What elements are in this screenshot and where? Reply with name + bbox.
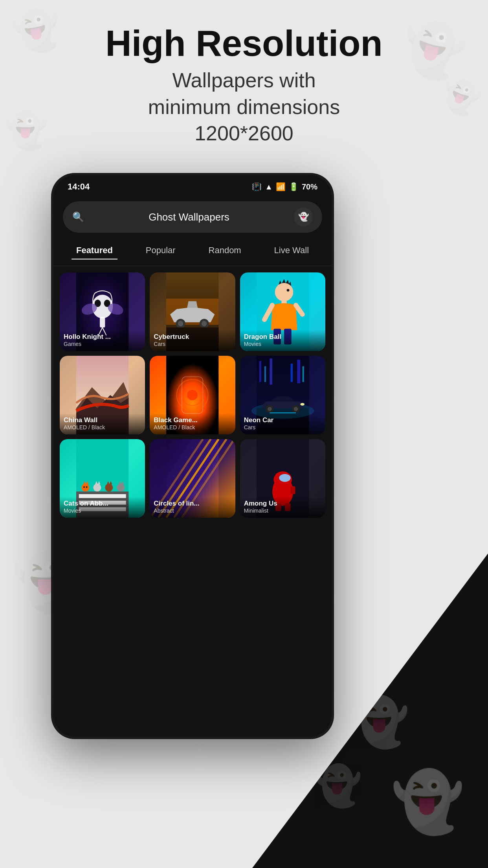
wallpaper-card-hollowknight[interactable]: Hollo Knight ... Games <box>60 272 145 351</box>
svg-point-48 <box>268 407 272 411</box>
card-subtitle-4: AMOLED / Black <box>154 424 231 430</box>
status-bar: 14:04 📳 ▲ 📶 🔋 70% <box>53 175 332 195</box>
search-text: Ghost Wallpapers <box>89 211 289 223</box>
status-time: 14:04 <box>68 182 90 192</box>
card-title-4: Black Game... <box>154 416 231 424</box>
search-icon: 🔍 <box>72 211 84 223</box>
wallpaper-card-circles[interactable]: Circles of lin... Abstract <box>150 439 235 518</box>
card-subtitle-3: AMOLED / Black <box>64 424 141 430</box>
svg-rect-6 <box>100 317 105 327</box>
wallpaper-grid: Hollo Knight ... Games <box>53 266 332 524</box>
card-subtitle-2: Movies <box>244 341 321 347</box>
tab-bar: Featured Popular Random Live Wall <box>53 239 332 266</box>
wallpaper-card-cybertruck[interactable]: Cybertruck Cars <box>150 272 235 351</box>
wallpaper-card-blackgame[interactable]: Black Game... AMOLED / Black <box>150 356 235 434</box>
tab-livewall[interactable]: Live Wall <box>270 242 314 259</box>
signal-icon: 📶 <box>276 182 286 191</box>
search-bar[interactable]: 🔍 Ghost Wallpapers 👻 <box>63 201 322 233</box>
card-subtitle-1: Cars <box>154 341 231 347</box>
phone-screen: 14:04 📳 ▲ 📶 🔋 70% 🔍 Ghost Wallpapers 👻 F… <box>53 175 332 737</box>
svg-marker-12 <box>187 301 198 308</box>
wallpaper-card-cats[interactable]: Cats on Abb... Movies <box>60 439 145 518</box>
svg-point-58 <box>81 484 89 491</box>
svg-point-50 <box>294 407 298 411</box>
card-title-1: Cybertruck <box>154 333 231 341</box>
wallpaper-card-amongus[interactable]: Among Us Minimalist <box>240 439 325 518</box>
card-title-6: Cats on Abb... <box>64 500 141 508</box>
svg-point-51 <box>300 403 305 406</box>
wallpaper-card-dragonball[interactable]: Dragon Ball Movies <box>240 272 325 351</box>
svg-rect-43 <box>302 366 304 382</box>
svg-marker-11 <box>170 308 215 322</box>
card-title-5: Neon Car <box>244 416 321 424</box>
svg-point-62 <box>86 486 88 488</box>
tab-featured[interactable]: Featured <box>72 242 117 259</box>
svg-point-66 <box>105 484 113 491</box>
svg-point-61 <box>83 486 85 488</box>
svg-rect-82 <box>290 486 295 494</box>
wifi-icon: ▲ <box>265 182 273 191</box>
phone-frame: 14:04 📳 ▲ 📶 🔋 70% 🔍 Ghost Wallpapers 👻 F… <box>51 173 334 739</box>
header-section: High Resolution Wallpapers with minimum … <box>0 24 488 147</box>
svg-rect-41 <box>290 364 292 382</box>
battery-icon: 🔋 <box>289 182 299 191</box>
status-icons: 📳 ▲ 📶 🔋 70% <box>252 182 317 191</box>
wallpaper-card-chinawall[interactable]: China Wall AMOLED / Black <box>60 356 145 434</box>
svg-point-23 <box>275 283 293 302</box>
svg-point-81 <box>279 474 290 482</box>
ghost-nav-icon: 👻 <box>298 212 309 222</box>
svg-rect-39 <box>264 366 266 382</box>
wallpaper-card-neoncar[interactable]: Neon Car Cars <box>240 356 325 434</box>
svg-point-16 <box>202 321 207 326</box>
ghost-button[interactable]: 👻 <box>294 208 313 226</box>
header-title: High Resolution <box>0 24 488 63</box>
card-subtitle-0: Games <box>64 341 141 347</box>
card-title-3: China Wall <box>64 416 141 424</box>
header-subtitle: Wallpapers with minimum dimensions 1200*… <box>0 67 488 147</box>
card-subtitle-8: Minimalist <box>244 508 321 514</box>
svg-point-34 <box>187 390 198 401</box>
card-title-8: Among Us <box>244 500 321 508</box>
battery-percent: 70% <box>302 182 317 191</box>
svg-rect-38 <box>259 361 261 382</box>
vibrate-icon: 📳 <box>252 182 262 191</box>
card-title-0: Hollo Knight ... <box>64 333 141 341</box>
svg-point-69 <box>117 484 125 491</box>
card-subtitle-7: Abstract <box>154 508 231 514</box>
card-title-2: Dragon Ball <box>244 333 321 341</box>
tab-popular[interactable]: Popular <box>141 242 180 259</box>
card-subtitle-5: Cars <box>244 424 321 430</box>
card-title-7: Circles of lin... <box>154 500 231 508</box>
svg-rect-42 <box>297 360 300 383</box>
svg-point-24 <box>286 289 289 292</box>
svg-point-14 <box>178 321 183 326</box>
svg-rect-40 <box>270 359 272 385</box>
svg-point-63 <box>93 484 101 491</box>
card-subtitle-6: Movies <box>64 508 141 514</box>
tab-random[interactable]: Random <box>204 242 246 259</box>
